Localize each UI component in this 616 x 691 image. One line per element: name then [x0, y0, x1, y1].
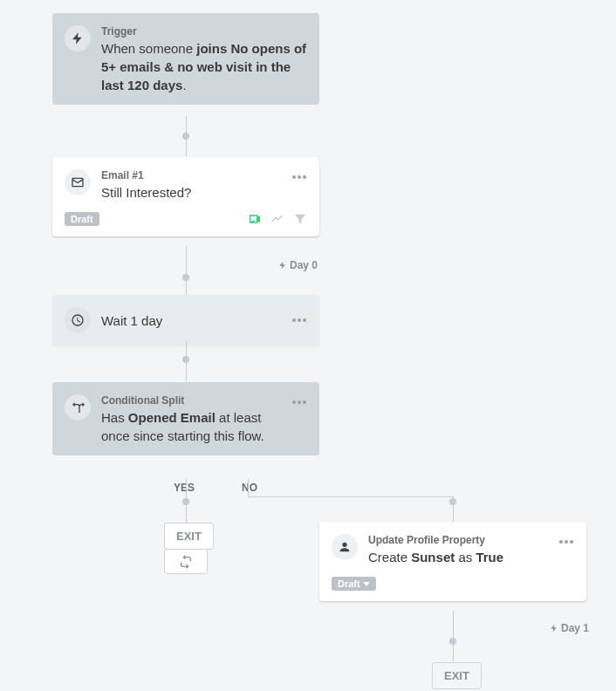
- clock-icon: [65, 307, 91, 333]
- connector-dot: [182, 356, 189, 363]
- branch-yes-label: YES: [174, 482, 195, 494]
- connector-dot: [182, 498, 189, 505]
- day-label: Day 1: [550, 622, 589, 634]
- more-menu-button[interactable]: [558, 534, 574, 550]
- svg-point-3: [292, 318, 296, 322]
- svg-point-7: [298, 400, 301, 404]
- email-stat-icons: [248, 212, 307, 226]
- svg-point-1: [298, 175, 301, 179]
- svg-point-4: [298, 318, 301, 322]
- more-menu-button[interactable]: [291, 169, 307, 185]
- filter-icon: [293, 212, 307, 226]
- flow-canvas: Trigger When someone joins No opens of 5…: [0, 0, 616, 691]
- svg-point-9: [559, 540, 563, 544]
- exit-button-yes[interactable]: EXIT: [164, 523, 214, 550]
- loop-button[interactable]: [164, 549, 208, 574]
- svg-point-5: [303, 318, 306, 322]
- connector: [248, 479, 249, 497]
- day-label: Day 0: [278, 259, 318, 271]
- envelope-icon: [65, 169, 91, 195]
- email-node[interactable]: Email #1 Still Interested? Draft: [52, 157, 319, 236]
- person-icon: [332, 534, 358, 560]
- conditional-split-node[interactable]: Conditional Split Has Opened Email at le…: [52, 382, 319, 455]
- svg-point-2: [303, 175, 306, 179]
- checklist-icon: [248, 212, 262, 226]
- branch-no-label: NO: [242, 482, 257, 494]
- svg-point-8: [303, 400, 306, 404]
- update-property-node[interactable]: Update Profile Property Create Sunset as…: [319, 522, 586, 601]
- connector: [248, 496, 454, 497]
- svg-point-6: [292, 400, 296, 404]
- update-type-label: Update Profile Property: [368, 534, 548, 546]
- connector-dot: [182, 133, 189, 140]
- trigger-description: When someone joins No opens of 5+ emails…: [101, 39, 307, 94]
- connector-dot: [182, 274, 189, 281]
- connector: [453, 611, 454, 661]
- svg-point-10: [565, 540, 568, 544]
- trigger-node[interactable]: Trigger When someone joins No opens of 5…: [52, 13, 319, 105]
- activity-icon: [270, 212, 284, 226]
- connector-dot: [449, 638, 456, 645]
- split-description: Has Opened Email at least once since sta…: [101, 408, 281, 445]
- connector: [186, 246, 187, 295]
- email-subject: Still Interested?: [101, 183, 281, 202]
- bolt-icon: [65, 25, 91, 51]
- draft-badge[interactable]: Draft: [332, 577, 376, 591]
- update-description: Create Sunset as True: [368, 548, 548, 566]
- email-type-label: Email #1: [101, 169, 281, 181]
- more-menu-button[interactable]: [291, 394, 307, 410]
- connector-dot: [449, 498, 456, 505]
- wait-text: Wait 1 day: [101, 313, 281, 328]
- wait-node[interactable]: Wait 1 day: [52, 295, 319, 346]
- draft-badge: Draft: [65, 212, 99, 226]
- more-menu-button[interactable]: [291, 312, 307, 328]
- svg-point-0: [292, 175, 296, 179]
- trigger-type-label: Trigger: [101, 25, 307, 38]
- split-icon: [65, 394, 91, 421]
- split-type-label: Conditional Split: [101, 394, 281, 407]
- svg-point-11: [570, 540, 573, 544]
- exit-button-no[interactable]: EXIT: [432, 662, 482, 689]
